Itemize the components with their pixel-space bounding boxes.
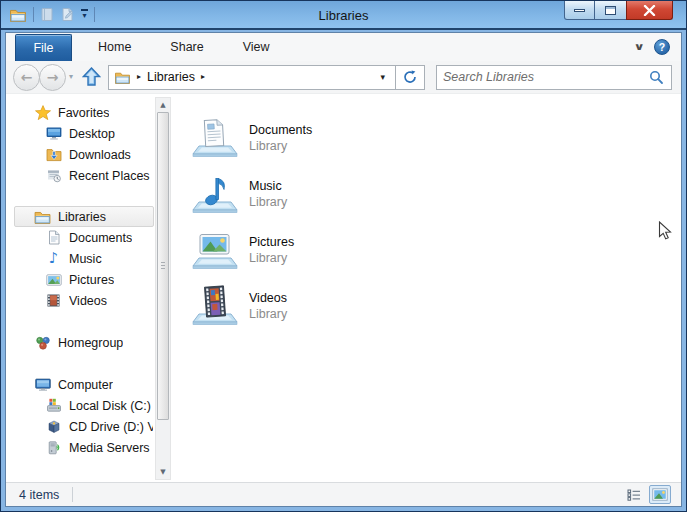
tab-view[interactable]: View <box>230 33 283 61</box>
scroll-down-icon[interactable]: ▼ <box>156 465 170 479</box>
sidebar-item-label: Downloads <box>69 148 131 162</box>
sidebar-item-label: Local Disk (C:) <box>69 399 151 413</box>
large-icons-view-icon <box>652 488 668 501</box>
navigation-bar: ← → ▾ ▸ Libraries ▸ ▾ <box>6 61 681 94</box>
expand-ribbon-icon[interactable]: ∨ <box>633 42 644 52</box>
sidebar-item-label: Favorites <box>58 106 109 120</box>
scrollbar-thumb[interactable] <box>157 112 169 420</box>
spacer <box>6 311 172 332</box>
help-button[interactable]: ? <box>654 39 670 55</box>
libraries-folder-icon <box>34 209 51 225</box>
sidebar-item-label: CD Drive (D:) Virt <box>69 420 153 434</box>
document-icon <box>45 230 62 246</box>
breadcrumb-item-libraries[interactable]: Libraries <box>147 70 195 84</box>
breadcrumb-arrow-icon[interactable]: ▸ <box>137 73 141 81</box>
library-item-music[interactable]: Music Library <box>192 166 412 222</box>
downloads-folder-icon <box>45 147 62 163</box>
main-area: Favorites Desktop Downloads <box>6 94 681 482</box>
library-item-pictures[interactable]: Pictures Library <box>192 222 412 278</box>
sidebar-item-local-disk-c[interactable]: Local Disk (C:) <box>14 395 154 416</box>
item-label: Music Library <box>249 179 287 209</box>
item-name: Pictures <box>249 235 294 249</box>
hard-disk-icon <box>45 398 62 414</box>
address-bar[interactable]: ▸ Libraries ▸ ▾ <box>108 65 425 90</box>
maximize-button[interactable] <box>595 1 626 20</box>
search-icon[interactable] <box>649 70 664 85</box>
breadcrumb-arrow-icon[interactable]: ▸ <box>201 73 205 81</box>
sidebar-item-favorites[interactable]: Favorites <box>14 102 154 123</box>
sidebar-item-label: Music <box>69 252 102 266</box>
separator <box>72 487 73 502</box>
status-bar: 4 items <box>6 482 681 506</box>
minimize-icon <box>574 9 585 12</box>
close-button[interactable] <box>626 1 673 20</box>
sidebar-item-videos[interactable]: Videos <box>14 290 154 311</box>
homegroup-icon <box>34 335 51 351</box>
tab-file[interactable]: File <box>15 34 72 61</box>
close-icon <box>643 5 656 16</box>
tab-home[interactable]: Home <box>85 33 144 61</box>
sidebar-item-homegroup[interactable]: Homegroup <box>14 332 154 353</box>
sidebar-item-label: Homegroup <box>58 336 123 350</box>
item-label: Documents Library <box>249 123 312 153</box>
pictures-library-icon <box>192 229 238 271</box>
sidebar-item-libraries[interactable]: Libraries <box>14 206 154 227</box>
star-icon <box>34 105 51 121</box>
music-note-icon: ♪ <box>45 251 62 267</box>
item-type: Library <box>249 195 287 209</box>
titlebar[interactable]: ▾ Libraries <box>1 1 686 30</box>
desktop-icon <box>45 126 62 142</box>
sidebar-item-media-servers[interactable]: Media Servers <box>14 437 154 458</box>
search-box <box>436 65 672 90</box>
item-type: Library <box>249 139 312 153</box>
minimize-button[interactable] <box>564 1 595 20</box>
back-arrow-icon: ← <box>21 70 33 84</box>
details-view-button[interactable] <box>623 485 645 504</box>
item-type: Library <box>249 251 294 265</box>
sidebar-item-documents[interactable]: Documents <box>14 227 154 248</box>
sidebar-item-music[interactable]: ♪ Music <box>14 248 154 269</box>
search-input[interactable] <box>443 70 649 84</box>
maximize-icon <box>605 6 616 15</box>
sidebar-item-pictures[interactable]: Pictures <box>14 269 154 290</box>
details-view-icon <box>627 489 641 501</box>
forward-arrow-icon: → <box>47 70 59 84</box>
sidebar-item-downloads[interactable]: Downloads <box>14 144 154 165</box>
scrollbar-grip <box>161 262 165 269</box>
up-button[interactable] <box>82 67 101 87</box>
item-name: Documents <box>249 123 312 137</box>
recent-locations-dropdown-icon[interactable]: ▾ <box>69 73 73 81</box>
sidebar-item-recent-places[interactable]: Recent Places <box>14 165 154 186</box>
address-dropdown-icon[interactable]: ▾ <box>370 73 395 82</box>
refresh-icon <box>403 70 417 84</box>
up-arrow-icon <box>82 67 101 87</box>
sidebar-item-desktop[interactable]: Desktop <box>14 123 154 144</box>
item-label: Pictures Library <box>249 235 294 265</box>
item-type: Library <box>249 307 287 321</box>
item-label: Videos Library <box>249 291 287 321</box>
libraries-folder-icon <box>114 70 131 84</box>
sidebar-item-label: Desktop <box>69 127 115 141</box>
sidebar-item-label: Recent Places <box>69 169 150 183</box>
library-item-videos[interactable]: Videos Library <box>192 278 412 334</box>
refresh-button[interactable] <box>395 66 424 89</box>
sidebar-item-computer[interactable]: Computer <box>14 374 154 395</box>
item-name: Music <box>249 179 287 193</box>
breadcrumb: ▸ Libraries ▸ ▾ <box>109 66 395 89</box>
back-button[interactable]: ← <box>13 64 40 91</box>
forward-button[interactable]: → <box>39 64 66 91</box>
library-item-documents[interactable]: Documents Library <box>192 110 412 166</box>
sidebar-scrollbar[interactable]: ▲ ▼ <box>155 97 171 480</box>
tab-share[interactable]: Share <box>157 33 216 61</box>
ribbon-right-controls: ∨ ? <box>635 33 681 61</box>
music-library-icon <box>192 173 238 215</box>
sidebar-item-label: Media Servers <box>69 441 150 455</box>
explorer-window: ▾ Libraries File Home Share View ∨ ? <box>0 0 687 512</box>
scroll-up-icon[interactable]: ▲ <box>156 98 170 112</box>
documents-library-icon <box>192 117 238 159</box>
sidebar-item-cd-drive-d[interactable]: CD Drive (D:) Virt <box>14 416 154 437</box>
sidebar-item-label: Libraries <box>58 210 106 224</box>
large-icons-view-button[interactable] <box>649 485 671 504</box>
sidebar-item-label: Documents <box>69 231 132 245</box>
film-icon <box>45 293 62 309</box>
